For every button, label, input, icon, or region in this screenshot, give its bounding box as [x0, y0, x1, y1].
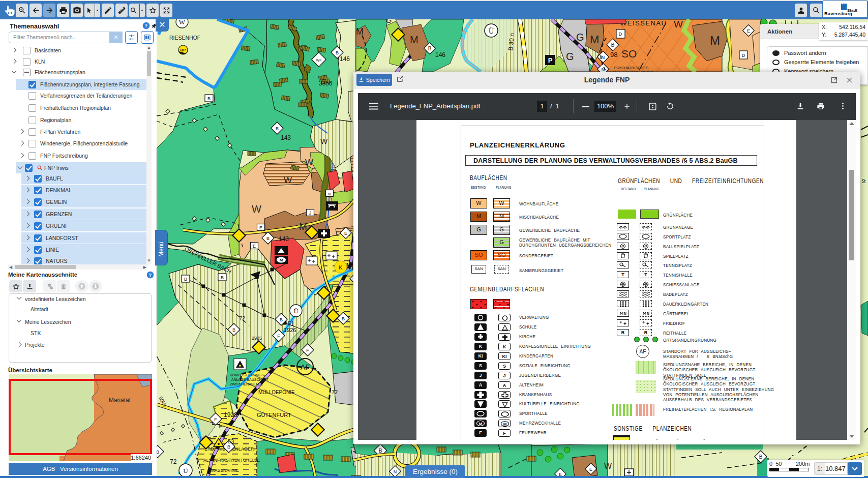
svg-text:?: ?: [145, 23, 147, 28]
svg-text:143: 143: [279, 235, 289, 243]
svg-text:W: W: [604, 462, 612, 470]
svg-text:Ü: Ü: [183, 467, 188, 474]
svg-text:B: B: [611, 42, 615, 48]
svg-text:72: 72: [332, 389, 338, 395]
svg-text:B: B: [184, 277, 187, 282]
svg-text:E: E: [344, 231, 347, 236]
svg-text:MASSNAHME: MASSNAHME: [211, 468, 239, 473]
svg-text:M: M: [299, 221, 307, 232]
svg-text:M: M: [280, 258, 283, 262]
svg-text:WEISSENAU: WEISSENAU: [620, 19, 667, 27]
svg-text:E: E: [253, 244, 256, 249]
svg-text:KOMPOSTIERUNGS-: KOMPOSTIERUNGS-: [230, 373, 265, 377]
svg-text:B: B: [428, 46, 432, 51]
svg-text:Mariatal: Mariatal: [109, 397, 131, 404]
svg-text:M: M: [590, 33, 599, 46]
svg-text:72: 72: [170, 458, 177, 465]
svg-text:W: W: [252, 203, 261, 215]
svg-text:AF: AF: [301, 363, 310, 371]
svg-text:M: M: [503, 422, 507, 427]
svg-text:N: N: [394, 469, 397, 474]
svg-text:?: ?: [149, 273, 152, 278]
svg-text:E: E: [589, 467, 592, 472]
svg-text:B: B: [227, 444, 230, 450]
svg-text:G: G: [576, 32, 584, 43]
svg-text:72: 72: [239, 315, 245, 321]
svg-text:MÜLLDEPONIE: MÜLLDEPONIE: [258, 390, 295, 395]
svg-text:M: M: [356, 26, 364, 37]
svg-text:98: 98: [610, 51, 617, 58]
svg-text:ZWISCHENABLAGE: ZWISCHENABLAGE: [230, 382, 263, 386]
svg-text:G: G: [566, 51, 574, 62]
svg-text:W: W: [179, 19, 186, 26]
svg-text:B: B: [280, 317, 283, 322]
svg-text:Ü: Ü: [294, 308, 298, 315]
svg-text:B: B: [266, 236, 270, 241]
svg-text:B: B: [342, 316, 345, 321]
svg-text:P: P: [548, 56, 553, 64]
svg-text:K: K: [339, 264, 343, 271]
svg-text:Ravensburg: Ravensburg: [824, 11, 852, 16]
svg-text:B: B: [232, 327, 235, 333]
svg-text:9:: 9:: [862, 178, 866, 184]
svg-text:G: G: [385, 19, 392, 24]
svg-text:SO: SO: [621, 48, 637, 59]
svg-text:D: D: [619, 32, 622, 37]
svg-text:1926: 1926: [284, 327, 296, 333]
svg-text:3356: 3356: [319, 80, 333, 87]
svg-text:W: W: [320, 137, 328, 145]
svg-text:B: B: [336, 50, 339, 55]
svg-text:D: D: [742, 53, 745, 58]
svg-text:W: W: [305, 158, 313, 167]
svg-text:Ü: Ü: [489, 27, 494, 35]
svg-text:KI: KI: [328, 192, 332, 196]
svg-text:M: M: [710, 34, 720, 47]
svg-text:N: N: [602, 55, 605, 60]
svg-text:B: B: [221, 275, 224, 280]
svg-text:M: M: [479, 422, 483, 426]
svg-text:2935: 2935: [252, 336, 262, 341]
svg-text:B: B: [759, 454, 763, 460]
svg-text:146: 146: [435, 51, 445, 58]
svg-text:F: F: [277, 334, 280, 339]
svg-text:53: 53: [228, 438, 234, 444]
svg-text:B: B: [379, 448, 382, 454]
svg-text:ANLAGE BAUSCHUTT: ANLAGE BAUSCHUTT: [231, 378, 269, 381]
svg-text:GÜTENFURT: GÜTENFURT: [257, 412, 291, 418]
svg-text:51: 51: [288, 320, 294, 326]
svg-text:E: E: [747, 28, 750, 34]
svg-text:F: F: [214, 417, 217, 422]
svg-text:B: B: [207, 96, 211, 101]
svg-text:F: F: [306, 348, 309, 353]
svg-text:W: W: [674, 19, 683, 29]
svg-text:WF: WF: [316, 58, 322, 62]
svg-text:143: 143: [281, 134, 291, 141]
svg-text:BP: BP: [180, 48, 186, 52]
svg-text:J: J: [309, 211, 312, 216]
svg-text:1928: 1928: [224, 411, 237, 419]
svg-text:W: W: [284, 175, 292, 185]
svg-text:B: B: [276, 126, 279, 131]
svg-text:146: 146: [340, 55, 350, 63]
svg-text:E: E: [259, 225, 262, 230]
svg-text:1:66240: 1:66240: [131, 455, 151, 461]
svg-text:RIESENHOF: RIESENHOF: [169, 35, 200, 41]
svg-text:M: M: [410, 34, 418, 45]
